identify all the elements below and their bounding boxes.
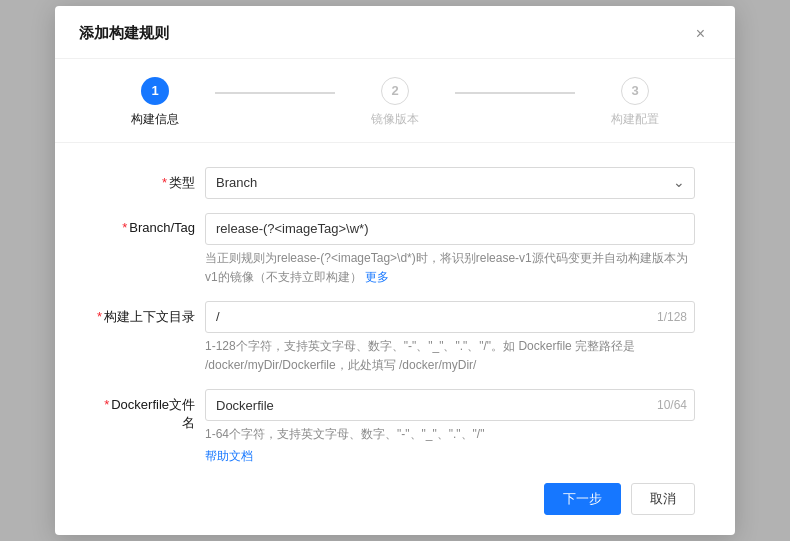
context-row: *构建上下文目录 1/128 1-128个字符，支持英文字母、数字、"-"、"_… xyxy=(95,301,695,375)
type-control: Branch xyxy=(205,167,695,199)
steps-container: 1 构建信息 2 镜像版本 3 构建配置 xyxy=(55,59,735,143)
step-1-label: 构建信息 xyxy=(131,111,179,128)
dockerfile-required-star: * xyxy=(104,397,109,412)
type-row: *类型 Branch xyxy=(95,167,695,199)
context-required-star: * xyxy=(97,309,102,324)
step-2: 2 镜像版本 xyxy=(335,77,455,128)
type-select-wrap: Branch xyxy=(205,167,695,199)
form-body: *类型 Branch *Branch/Tag 当正则规则为release-(?<… xyxy=(55,143,735,466)
step-2-label: 镜像版本 xyxy=(371,111,419,128)
type-label: *类型 xyxy=(95,167,205,192)
branch-tag-hint: 当正则规则为release-(?<imageTag>\d*)时，将识别relea… xyxy=(205,249,695,287)
step-line-1 xyxy=(215,92,335,94)
dockerfile-input[interactable] xyxy=(205,389,695,421)
dockerfile-row: *Dockerfile文件名 10/64 1-64个字符，支持英文字母、数字、"… xyxy=(95,389,695,465)
context-input-wrap: 1/128 xyxy=(205,301,695,333)
cancel-button[interactable]: 取消 xyxy=(631,483,695,515)
step-1: 1 构建信息 xyxy=(95,77,215,128)
step-3: 3 构建配置 xyxy=(575,77,695,128)
help-link[interactable]: 帮助文档 xyxy=(205,448,253,465)
type-required-star: * xyxy=(162,175,167,190)
step-2-circle: 2 xyxy=(381,77,409,105)
step-3-label: 构建配置 xyxy=(611,111,659,128)
branch-tag-control: 当正则规则为release-(?<imageTag>\d*)时，将识别relea… xyxy=(205,213,695,287)
more-link[interactable]: 更多 xyxy=(365,270,389,284)
context-hint: 1-128个字符，支持英文字母、数字、"-"、"_"、"."、"/"。如 Doc… xyxy=(205,337,695,375)
modal-header: 添加构建规则 × xyxy=(55,6,735,59)
modal-footer: 下一步 取消 xyxy=(55,465,735,515)
step-3-circle: 3 xyxy=(621,77,649,105)
dockerfile-control: 10/64 1-64个字符，支持英文字母、数字、"-"、"_"、"."、"/" … xyxy=(205,389,695,465)
branch-tag-required-star: * xyxy=(122,220,127,235)
branch-tag-input[interactable] xyxy=(205,213,695,245)
close-button[interactable]: × xyxy=(690,24,711,44)
step-line-2 xyxy=(455,92,575,94)
modal-title: 添加构建规则 xyxy=(79,24,169,43)
context-control: 1/128 1-128个字符，支持英文字母、数字、"-"、"_"、"."、"/"… xyxy=(205,301,695,375)
next-button[interactable]: 下一步 xyxy=(544,483,621,515)
context-input[interactable] xyxy=(205,301,695,333)
branch-tag-label: *Branch/Tag xyxy=(95,213,205,235)
dockerfile-label: *Dockerfile文件名 xyxy=(95,389,205,432)
step-1-circle: 1 xyxy=(141,77,169,105)
modal-container: 添加构建规则 × 1 构建信息 2 镜像版本 3 构建配置 *类型 xyxy=(55,6,735,536)
dockerfile-hint: 1-64个字符，支持英文字母、数字、"-"、"_"、"."、"/" xyxy=(205,425,695,444)
context-label: *构建上下文目录 xyxy=(95,301,205,326)
branch-tag-row: *Branch/Tag 当正则规则为release-(?<imageTag>\d… xyxy=(95,213,695,287)
type-select[interactable]: Branch xyxy=(205,167,695,199)
dockerfile-input-wrap: 10/64 xyxy=(205,389,695,421)
